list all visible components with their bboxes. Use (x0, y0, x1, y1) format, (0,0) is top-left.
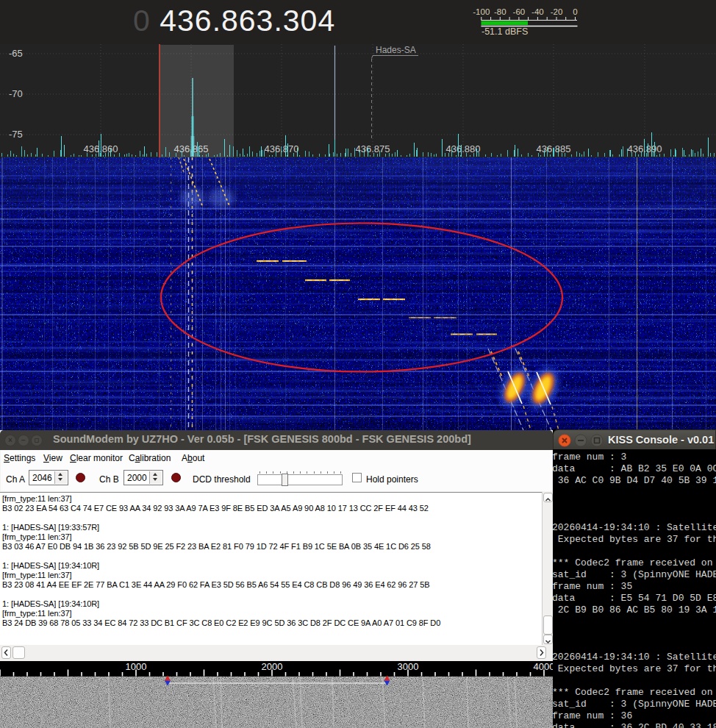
svg-text:-100: -100 (473, 7, 490, 16)
svg-text:436.875: 436.875 (356, 143, 390, 154)
svg-text:-65: -65 (9, 48, 23, 59)
svg-text:-60: -60 (513, 7, 526, 16)
svg-text:0: 0 (573, 7, 577, 16)
svg-text:-51.1 dBFS: -51.1 dBFS (481, 26, 528, 37)
svg-text:Hades-SA: Hades-SA (376, 45, 416, 55)
svg-text:-80: -80 (494, 7, 506, 16)
svg-text:436.870: 436.870 (265, 143, 299, 154)
svg-text:-75: -75 (9, 129, 23, 140)
svg-text:-70: -70 (9, 88, 23, 99)
svg-text:-40: -40 (531, 7, 544, 16)
svg-text:4000: 4000 (534, 661, 553, 672)
svg-text:436.880: 436.880 (446, 143, 481, 154)
svg-text:-20: -20 (551, 7, 563, 16)
